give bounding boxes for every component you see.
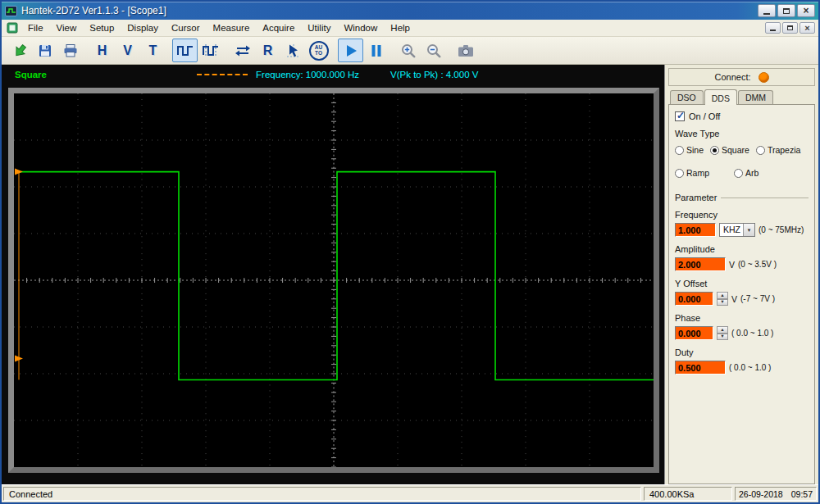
control-panel: Connect: DSO DDS DMM On / Off Wave Type … xyxy=(664,65,818,484)
menu-item[interactable]: Cursor xyxy=(165,20,207,35)
y-offset-input[interactable] xyxy=(675,292,713,306)
radio-dot-icon xyxy=(675,146,684,155)
phase-input[interactable] xyxy=(675,326,713,340)
menu-item[interactable]: Display xyxy=(121,20,165,35)
duty-range: ( 0.0 ~ 1.0 ) xyxy=(729,363,771,372)
auto-set-button[interactable]: AU TO xyxy=(306,39,331,62)
save-button[interactable] xyxy=(32,39,57,62)
frequency-unit-select[interactable]: KHZ ▼ xyxy=(719,223,755,237)
radio-ramp[interactable]: Ramp xyxy=(675,168,709,178)
panel-tabs: DSO DDS DMM xyxy=(668,89,815,104)
minimize-icon xyxy=(770,30,776,31)
duty-label: Duty xyxy=(675,347,809,357)
r-letter-icon: R xyxy=(263,43,273,58)
menu-item[interactable]: Window xyxy=(337,20,384,35)
radio-sine[interactable]: Sine xyxy=(675,145,704,155)
green-arrow-icon xyxy=(11,43,28,59)
radio-trapezia[interactable]: Trapezia xyxy=(756,145,800,155)
menu-bar: FileViewSetupDisplayCursorMeasureAcquire… xyxy=(2,20,818,37)
spin-down-button[interactable]: ▼ xyxy=(717,299,728,306)
waveform-measure-button[interactable] xyxy=(198,39,223,62)
spin-up-button[interactable]: ▲ xyxy=(717,326,728,334)
menu: FileViewSetupDisplayCursorMeasureAcquire… xyxy=(21,20,417,35)
dds-tab-page: On / Off Wave Type Sine Square Trapezia … xyxy=(668,104,815,484)
radio-dot-icon xyxy=(756,146,765,155)
tab-dso[interactable]: DSO xyxy=(670,90,704,104)
magnifier-minus-icon xyxy=(426,43,442,59)
y-offset-field: Y Offset ▲ ▼ V (-7 ~ 7V ) xyxy=(675,279,809,306)
menu-item[interactable]: View xyxy=(50,20,84,35)
trigger-position-marker[interactable] xyxy=(197,74,248,75)
on-off-checkbox[interactable] xyxy=(675,111,685,121)
auto-icon: AU TO xyxy=(309,41,329,61)
duty-input[interactable] xyxy=(675,361,726,375)
run-button[interactable] xyxy=(338,39,363,62)
cursor-measure-button[interactable] xyxy=(280,39,306,62)
menu-item[interactable]: Help xyxy=(384,20,417,35)
pause-button[interactable] xyxy=(363,39,389,62)
radio-arb[interactable]: Arb xyxy=(734,168,758,178)
connect-device-button[interactable] xyxy=(7,39,32,62)
pause-icon xyxy=(368,43,385,59)
minimize-button[interactable] xyxy=(758,4,776,17)
spin-up-button[interactable]: ▲ xyxy=(717,292,728,299)
square-wave-cursor-icon xyxy=(202,43,220,58)
tab-dds[interactable]: DDS xyxy=(704,89,737,105)
frequency-readout: Frequency: 1000.000 Hz xyxy=(256,70,359,79)
duty-field: Duty ( 0.0 ~ 1.0 ) xyxy=(675,347,809,375)
close-button[interactable]: × xyxy=(797,4,815,17)
phase-range: ( 0.0 ~ 1.0 ) xyxy=(731,329,773,338)
sample-rate-status: 400.00KSa xyxy=(644,487,732,501)
radio-square[interactable]: Square xyxy=(710,145,749,155)
scope-display xyxy=(14,93,654,467)
maximize-icon xyxy=(783,8,790,14)
y-offset-unit: V xyxy=(731,294,737,304)
amplitude-range: (0 ~ 3.5V ) xyxy=(738,260,777,269)
menu-item[interactable]: Utility xyxy=(301,20,337,35)
phase-field: Phase ▲ ▼ ( 0.0 ~ 1.0 ) xyxy=(675,313,809,340)
menu-item[interactable]: Acquire xyxy=(256,20,301,35)
connect-label: Connect: xyxy=(714,72,750,82)
connection-status: Connected xyxy=(3,487,641,501)
connect-indicator-box: Connect: xyxy=(668,68,815,86)
waveform-mode-button[interactable] xyxy=(172,39,198,62)
radio-dot-icon xyxy=(675,169,684,178)
amplitude-input[interactable] xyxy=(675,257,726,271)
tab-dmm[interactable]: DMM xyxy=(738,90,773,104)
vertical-settings-button[interactable]: V xyxy=(115,39,140,62)
spin-down-button[interactable]: ▼ xyxy=(717,334,728,341)
menu-item[interactable]: File xyxy=(21,20,50,35)
app-window: Hantek-2D72 Ver1.1.3 - [Scope1] × FileVi… xyxy=(0,0,820,504)
child-restore-button[interactable] xyxy=(782,22,798,34)
child-minimize-button[interactable] xyxy=(765,22,781,34)
app-icon xyxy=(5,5,17,17)
child-close-button[interactable]: × xyxy=(800,22,815,34)
trigger-settings-button[interactable]: T xyxy=(140,39,166,62)
phase-label: Phase xyxy=(675,313,809,323)
v-letter-icon: V xyxy=(123,43,132,58)
menu-item[interactable]: Measure xyxy=(207,20,257,35)
window-controls: × xyxy=(756,4,815,17)
maximize-button[interactable] xyxy=(777,4,795,17)
snapshot-button[interactable] xyxy=(453,39,478,62)
close-icon: × xyxy=(803,7,809,15)
reset-button[interactable]: R xyxy=(255,39,280,62)
frequency-input[interactable] xyxy=(675,223,716,237)
printer-icon xyxy=(62,43,79,59)
amplitude-field: Amplitude V (0 ~ 3.5V ) xyxy=(675,244,809,271)
print-button[interactable] xyxy=(57,39,83,62)
zoom-in-button[interactable] xyxy=(395,39,421,62)
zoom-out-button[interactable] xyxy=(421,39,446,62)
xy-mode-button[interactable] xyxy=(230,39,255,62)
magnifier-plus-icon xyxy=(400,43,417,59)
horizontal-settings-button[interactable]: H xyxy=(89,39,115,62)
readout-bar: Square Frequency: 1000.000 Hz V(Pk to Pk… xyxy=(2,65,664,84)
scope-frame xyxy=(8,88,659,473)
radio-dot-icon xyxy=(734,169,743,178)
y-offset-range: (-7 ~ 7V ) xyxy=(740,294,775,303)
menu-item[interactable]: Setup xyxy=(83,20,121,35)
scope-area: Square Frequency: 1000.000 Hz V(Pk to Pk… xyxy=(2,65,664,484)
phase-spinner: ▲ ▼ xyxy=(717,326,728,340)
dropdown-arrow-icon: ▼ xyxy=(743,224,754,236)
radio-dot-icon xyxy=(710,146,719,155)
